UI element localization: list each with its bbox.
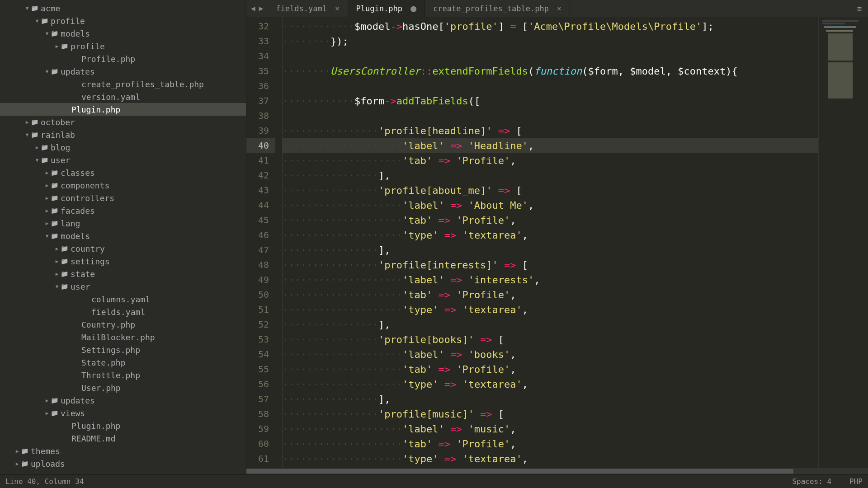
tree-folder[interactable]: ▶facades [0, 204, 246, 217]
line-number[interactable]: 49 [246, 272, 275, 287]
editor-tab[interactable]: Plugin.php● [348, 0, 425, 17]
tree-folder[interactable]: ▼user [0, 154, 246, 166]
tree-folder[interactable]: ▶profile [0, 40, 246, 52]
line-number[interactable]: 54 [246, 347, 275, 362]
tree-file[interactable]: State.php [0, 356, 246, 369]
code-line[interactable]: ················'profile[books]' => [ [283, 332, 818, 347]
tree-file[interactable]: MailBlocker.php [0, 331, 246, 343]
tree-folder[interactable]: ▶controllers [0, 192, 246, 204]
line-number-gutter[interactable]: 3233343536373839404142434445464748495051… [246, 17, 275, 468]
disclosure-arrow-icon[interactable]: ▶ [54, 271, 60, 277]
disclosure-arrow-icon[interactable]: ▼ [44, 31, 50, 37]
code-line[interactable]: ····················'label' => 'music', [283, 422, 818, 436]
code-line[interactable]: ····················'label' => 'books', [283, 347, 818, 362]
disclosure-arrow-icon[interactable]: ▼ [44, 233, 50, 239]
tab-close-icon[interactable]: × [335, 4, 340, 13]
disclosure-arrow-icon[interactable]: ▶ [44, 398, 50, 404]
code-line[interactable]: ····················'label' => 'Headline… [283, 138, 818, 153]
disclosure-arrow-icon[interactable]: ▶ [24, 119, 30, 125]
tree-file[interactable]: Profile.php [0, 52, 246, 65]
code-line[interactable]: ········}); [283, 34, 818, 49]
disclosure-arrow-icon[interactable]: ▼ [34, 18, 40, 24]
disclosure-arrow-icon[interactable]: ▼ [24, 5, 30, 11]
line-number[interactable]: 38 [246, 108, 275, 123]
tree-file[interactable]: fields.yaml [0, 305, 246, 318]
hamburger-menu-icon[interactable]: ≡ [851, 0, 868, 17]
line-number[interactable]: 36 [246, 79, 275, 94]
tree-file[interactable]: User.php [0, 381, 246, 394]
code-line[interactable]: ····················'tab' => 'Profile', [283, 213, 818, 228]
disclosure-arrow-icon[interactable]: ▶ [54, 258, 60, 264]
line-number[interactable]: 61 [246, 451, 275, 466]
tree-folder[interactable]: ▶country [0, 242, 246, 255]
code-line[interactable]: ················'profile[interests]' => … [283, 258, 818, 272]
tree-folder[interactable]: ▶themes [0, 445, 246, 457]
line-number[interactable]: 52 [246, 317, 275, 332]
disclosure-arrow-icon[interactable]: ▶ [44, 410, 50, 416]
tree-file[interactable]: Plugin.php [0, 103, 246, 116]
code-line[interactable] [283, 79, 818, 94]
nav-back-icon[interactable]: ◀ [251, 4, 255, 13]
tree-folder[interactable]: ▶october [0, 116, 246, 128]
tree-folder[interactable]: ▼models [0, 230, 246, 242]
code-line[interactable] [283, 49, 818, 64]
line-number[interactable]: 51 [246, 302, 275, 317]
disclosure-arrow-icon[interactable]: ▶ [44, 221, 50, 226]
line-number[interactable]: 34 [246, 49, 275, 64]
code-line[interactable]: ····················'tab' => 'Profile', [283, 436, 818, 451]
tree-folder[interactable]: ▶classes [0, 166, 246, 179]
tree-file[interactable]: Throttle.php [0, 369, 246, 381]
code-line[interactable]: ····················'type' => 'textarea'… [283, 451, 818, 466]
line-number[interactable]: 33 [246, 34, 275, 49]
tree-file[interactable]: create_profiles_table.php [0, 78, 246, 90]
code-line[interactable]: ····················'type' => 'textarea'… [283, 377, 818, 392]
code-line[interactable]: ················'profile[headline]' => [ [283, 123, 818, 138]
code-line[interactable]: ················'profile[music]' => [ [283, 407, 818, 422]
tree-folder[interactable]: ▶state [0, 267, 246, 280]
tree-folder[interactable]: ▶views [0, 407, 246, 419]
disclosure-arrow-icon[interactable]: ▶ [54, 246, 60, 252]
line-number[interactable]: 46 [246, 228, 275, 243]
line-number[interactable]: 43 [246, 183, 275, 198]
tree-file[interactable]: Settings.php [0, 343, 246, 356]
cursor-position[interactable]: Line 40, Column 34 [5, 477, 84, 486]
code-line[interactable]: ············$form->addTabFields([ [283, 94, 818, 108]
editor-tab[interactable]: create_profiles_table.php× [425, 0, 570, 17]
tree-file[interactable]: columns.yaml [0, 293, 246, 305]
line-number[interactable]: 39 [246, 123, 275, 138]
language-mode[interactable]: PHP [849, 477, 863, 486]
tree-folder[interactable]: ▶settings [0, 255, 246, 267]
tree-folder[interactable]: ▼acme [0, 2, 246, 14]
line-number[interactable]: 56 [246, 377, 275, 392]
tab-close-icon[interactable]: × [557, 4, 561, 13]
line-number[interactable]: 48 [246, 258, 275, 272]
line-number[interactable]: 57 [246, 392, 275, 407]
tree-folder[interactable]: ▶components [0, 179, 246, 192]
file-tree-sidebar[interactable]: ▼acme▼profile▼models▶profileProfile.php▼… [0, 0, 246, 474]
tree-file[interactable]: README.md [0, 432, 246, 445]
disclosure-arrow-icon[interactable]: ▶ [14, 461, 20, 467]
code-line[interactable]: ····················'tab' => 'Profile', [283, 287, 818, 302]
tree-folder[interactable]: ▶blog [0, 141, 246, 154]
tree-folder[interactable]: ▼rainlab [0, 128, 246, 141]
tree-folder[interactable]: ▼profile [0, 14, 246, 27]
disclosure-arrow-icon[interactable]: ▶ [44, 208, 50, 214]
horizontal-scrollbar[interactable] [246, 468, 868, 474]
line-number[interactable]: 45 [246, 213, 275, 228]
disclosure-arrow-icon[interactable]: ▼ [34, 157, 40, 163]
minimap[interactable] [818, 17, 868, 468]
code-editor[interactable]: ············$model->hasOne['profile'] = … [283, 17, 818, 468]
code-line[interactable]: ················], [283, 392, 818, 407]
code-line[interactable] [283, 108, 818, 123]
tree-folder[interactable]: ▶updates [0, 394, 246, 407]
line-number[interactable]: 37 [246, 94, 275, 108]
code-line[interactable]: ················], [283, 317, 818, 332]
tree-folder[interactable]: ▼user [0, 280, 246, 293]
line-number[interactable]: 50 [246, 287, 275, 302]
tree-folder[interactable]: ▼models [0, 27, 246, 40]
code-line[interactable]: ················], [283, 243, 818, 258]
code-line[interactable]: ····················'label' => 'About Me… [283, 198, 818, 213]
line-number[interactable]: 53 [246, 332, 275, 347]
code-line[interactable]: ····················'type' => 'textarea'… [283, 302, 818, 317]
code-line[interactable]: ············$model->hasOne['profile'] = … [283, 19, 818, 34]
